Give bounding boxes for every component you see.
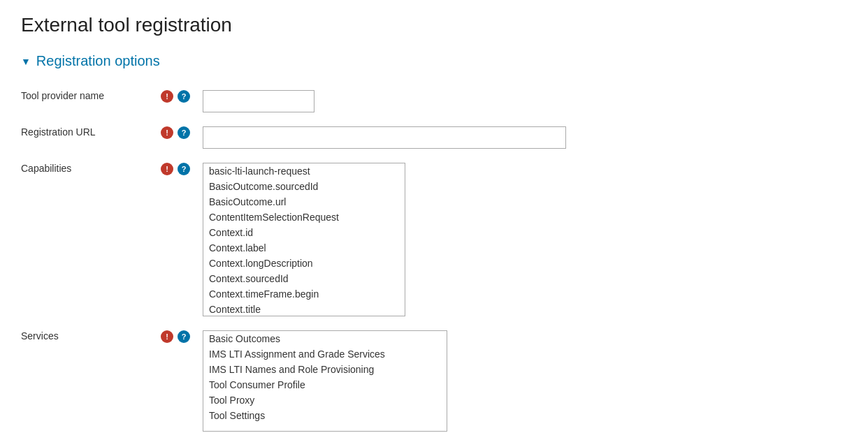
services-item[interactable]: IMS LTI Names and Role Provisioning xyxy=(203,362,447,377)
registration-url-label: Registration URL xyxy=(21,119,161,156)
services-item[interactable]: Tool Consumer Profile xyxy=(203,377,447,392)
capabilities-input-cell: basic-lti-launch-requestBasicOutcome.sou… xyxy=(203,156,847,323)
capabilities-listbox[interactable]: basic-lti-launch-requestBasicOutcome.sou… xyxy=(203,163,405,316)
services-item[interactable]: Tool Proxy xyxy=(203,392,447,408)
registration-url-input[interactable] xyxy=(203,126,566,149)
capabilities-icons: ! ? xyxy=(161,156,203,323)
capabilities-item[interactable]: ContentItemSelectionRequest xyxy=(203,210,405,225)
help-icon[interactable]: ? xyxy=(178,90,190,103)
tool-provider-name-input[interactable] xyxy=(203,90,314,112)
required-icon: ! xyxy=(161,163,173,175)
required-icon: ! xyxy=(161,126,173,139)
help-icon[interactable]: ? xyxy=(178,330,190,343)
section-header: ▼ Registration options xyxy=(21,53,847,69)
capabilities-item[interactable]: Context.label xyxy=(203,240,405,256)
tool-provider-name-label: Tool provider name xyxy=(21,83,161,119)
services-input-cell: Basic OutcomesIMS LTI Assignment and Gra… xyxy=(203,323,847,433)
tool-provider-name-row: Tool provider name ! ? xyxy=(21,83,847,119)
capabilities-label: Capabilities xyxy=(21,156,161,323)
services-item[interactable]: Basic Outcomes xyxy=(203,331,447,346)
capabilities-item[interactable]: basic-lti-launch-request xyxy=(203,163,405,179)
services-row: Services ! ? Basic OutcomesIMS LTI Assig… xyxy=(21,323,847,433)
capabilities-item[interactable]: Context.longDescription xyxy=(203,256,405,271)
page-title: External tool registration xyxy=(21,14,847,36)
capabilities-item[interactable]: Context.timeFrame.begin xyxy=(203,286,405,302)
registration-url-row: Registration URL ! ? xyxy=(21,119,847,156)
capabilities-row: Capabilities ! ? basic-lti-launch-reques… xyxy=(21,156,847,323)
capabilities-item[interactable]: BasicOutcome.sourcedId xyxy=(203,179,405,194)
services-item[interactable]: IMS LTI Assignment and Grade Services xyxy=(203,346,447,362)
tool-provider-name-input-cell xyxy=(203,83,847,119)
services-icons: ! ? xyxy=(161,323,203,433)
chevron-icon[interactable]: ▼ xyxy=(21,56,31,67)
capabilities-item[interactable]: Context.title xyxy=(203,302,405,316)
capabilities-item[interactable]: Context.sourcedId xyxy=(203,271,405,286)
registration-url-icons: ! ? xyxy=(161,119,203,156)
required-icon: ! xyxy=(161,90,173,103)
services-label: Services xyxy=(21,323,161,433)
section-title: Registration options xyxy=(36,53,160,69)
services-item[interactable]: Tool Settings xyxy=(203,408,447,423)
tool-provider-name-icons: ! ? xyxy=(161,83,203,119)
registration-url-input-cell xyxy=(203,119,847,156)
capabilities-item[interactable]: Context.id xyxy=(203,225,405,240)
help-icon[interactable]: ? xyxy=(178,126,190,139)
capabilities-item[interactable]: BasicOutcome.url xyxy=(203,194,405,210)
services-listbox[interactable]: Basic OutcomesIMS LTI Assignment and Gra… xyxy=(203,330,447,432)
required-icon: ! xyxy=(161,330,173,343)
help-icon[interactable]: ? xyxy=(178,163,190,175)
form-table: Tool provider name ! ? Registration URL … xyxy=(21,83,847,433)
